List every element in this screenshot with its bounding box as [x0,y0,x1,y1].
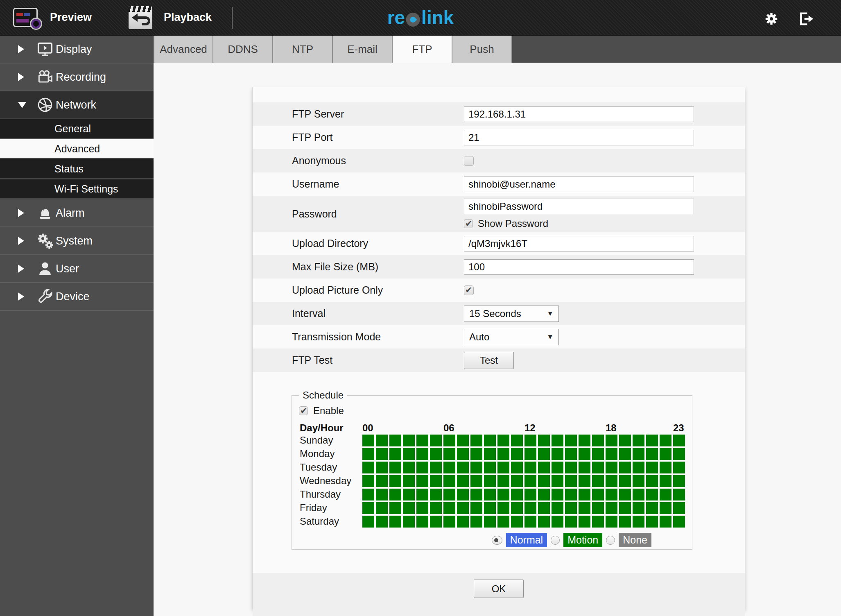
schedule-cell[interactable] [389,448,401,460]
schedule-cell[interactable] [416,502,428,514]
schedule-cell[interactable] [470,435,482,446]
schedule-cell[interactable] [376,435,388,446]
schedule-cell[interactable] [376,475,388,487]
schedule-cell[interactable] [538,516,550,528]
schedule-cell[interactable] [552,435,563,446]
schedule-cell[interactable] [416,448,428,460]
tab-ftp[interactable]: FTP [393,36,452,63]
schedule-cell[interactable] [552,516,563,528]
schedule-cell[interactable] [619,462,631,473]
schedule-cell[interactable] [660,462,671,473]
schedule-cell[interactable] [579,502,590,514]
schedule-cell[interactable] [416,516,428,528]
tab-ntp[interactable]: NTP [273,36,333,63]
schedule-cell[interactable] [457,435,469,446]
schedule-cell[interactable] [403,448,415,460]
schedule-cell[interactable] [430,435,442,446]
tab-push[interactable]: Push [452,36,512,63]
tab-advanced[interactable]: Advanced [154,36,213,63]
schedule-cell[interactable] [362,516,374,528]
schedule-cell[interactable] [579,489,590,500]
schedule-cell[interactable] [497,435,509,446]
schedule-cell[interactable] [592,462,604,473]
schedule-cell[interactable] [470,462,482,473]
schedule-cell[interactable] [565,489,577,500]
schedule-cell[interactable] [389,489,401,500]
schedule-cell[interactable] [592,448,604,460]
ftp-server-input[interactable] [464,106,694,122]
schedule-cell[interactable] [673,448,685,460]
schedule-cell[interactable] [619,475,631,487]
sidebar-item-display[interactable]: Display [0,36,154,63]
sidebar-item-recording[interactable]: Recording [0,63,154,91]
schedule-cell[interactable] [606,462,617,473]
schedule-cell[interactable] [403,462,415,473]
schedule-cell[interactable] [579,516,590,528]
schedule-cell[interactable] [660,475,671,487]
schedule-cell[interactable] [579,475,590,487]
ftp-test-button[interactable]: Test [464,352,514,369]
schedule-cell[interactable] [511,435,523,446]
schedule-cell[interactable] [538,462,550,473]
schedule-cell[interactable] [524,516,536,528]
schedule-cell[interactable] [606,489,617,500]
schedule-cell[interactable] [443,435,455,446]
schedule-cell[interactable] [389,502,401,514]
schedule-cell[interactable] [430,462,442,473]
schedule-cell[interactable] [646,502,658,514]
schedule-cell[interactable] [524,448,536,460]
schedule-cell[interactable] [497,462,509,473]
schedule-cell[interactable] [565,448,577,460]
preview-nav[interactable]: Preview [13,0,92,35]
tab-e-mail[interactable]: E-mail [333,36,393,63]
settings-gear-icon[interactable] [762,10,780,28]
schedule-cell[interactable] [362,489,374,500]
sidebar-item-system[interactable]: System [0,227,154,255]
schedule-cell[interactable] [673,435,685,446]
schedule-cell[interactable] [592,516,604,528]
mode-radio-none[interactable] [606,536,615,545]
schedule-cell[interactable] [619,516,631,528]
schedule-cell[interactable] [416,475,428,487]
playback-nav[interactable]: Playback [129,0,212,35]
sidebar-item-network[interactable]: Network [0,91,154,119]
schedule-cell[interactable] [552,448,563,460]
schedule-cell[interactable] [579,448,590,460]
schedule-cell[interactable] [457,448,469,460]
sidebar-item-device[interactable]: Device [0,283,154,311]
schedule-cell[interactable] [403,489,415,500]
schedule-cell[interactable] [524,489,536,500]
schedule-cell[interactable] [552,489,563,500]
schedule-cell[interactable] [376,516,388,528]
schedule-cell[interactable] [592,475,604,487]
schedule-cell[interactable] [430,448,442,460]
schedule-cell[interactable] [552,475,563,487]
schedule-cell[interactable] [511,462,523,473]
schedule-cell[interactable] [376,489,388,500]
schedule-cell[interactable] [524,502,536,514]
schedule-cell[interactable] [484,516,496,528]
schedule-cell[interactable] [619,435,631,446]
schedule-cell[interactable] [389,435,401,446]
transmission-mode-select[interactable]: Auto ▼ [464,329,559,345]
mode-radio-motion[interactable] [551,536,560,545]
schedule-cell[interactable] [633,489,644,500]
max-file-size-input[interactable] [464,259,694,275]
schedule-cell[interactable] [633,516,644,528]
sidebar-subitem-wi-fi-settings[interactable]: Wi-Fi Settings [0,179,154,199]
mode-label-motion[interactable]: Motion [563,533,602,547]
mode-label-normal[interactable]: Normal [506,533,547,547]
sidebar-subitem-advanced[interactable]: Advanced [0,139,154,159]
mode-label-none[interactable]: None [619,533,651,547]
schedule-cell[interactable] [403,516,415,528]
sidebar-item-user[interactable]: User [0,255,154,283]
schedule-cell[interactable] [633,475,644,487]
schedule-cell[interactable] [470,448,482,460]
schedule-cell[interactable] [538,502,550,514]
schedule-cell[interactable] [362,448,374,460]
username-input[interactable] [464,177,694,192]
schedule-cell[interactable] [457,502,469,514]
schedule-cell[interactable] [511,489,523,500]
logout-icon[interactable] [797,10,815,28]
schedule-cell[interactable] [484,475,496,487]
